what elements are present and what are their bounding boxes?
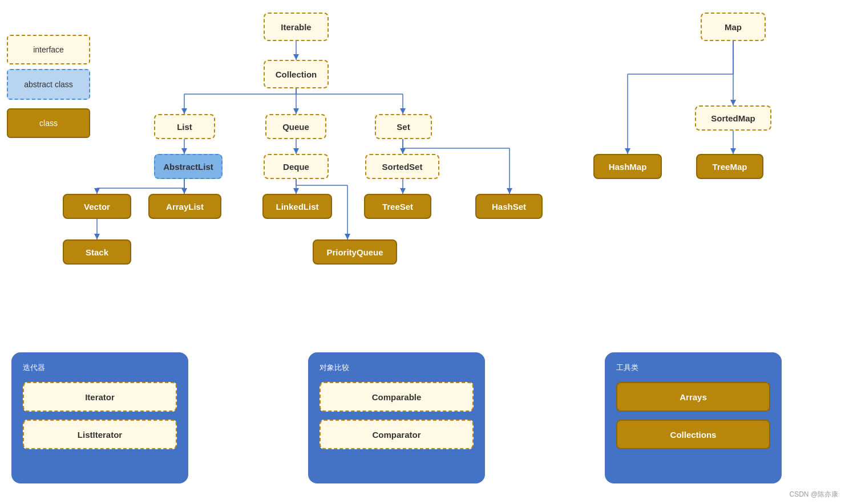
svg-marker-40 (730, 100, 736, 105)
node-queue: Queue (265, 114, 326, 139)
svg-marker-33 (507, 188, 512, 194)
legend-interface: interface (7, 35, 90, 64)
node-priority-queue: PriorityQueue (313, 239, 397, 265)
node-array-list: ArrayList (148, 194, 221, 219)
panel-iterator: 迭代器 Iterator ListIterator (11, 352, 188, 483)
svg-marker-21 (293, 148, 299, 154)
svg-marker-23 (293, 188, 299, 194)
node-hash-set: HashSet (475, 194, 543, 219)
node-list: List (154, 114, 215, 139)
svg-marker-1 (293, 54, 299, 60)
watermark: CSDN @陈亦康 (789, 490, 838, 499)
panel-comparator: 对象比较 Comparable Comparator (308, 352, 485, 483)
connector-svg (0, 0, 845, 376)
svg-marker-19 (181, 188, 187, 194)
panel-node-comparator: Comparator (320, 420, 474, 449)
node-deque: Deque (264, 154, 329, 179)
node-sorted-set: SortedSet (365, 154, 439, 179)
panel-node-collections: Collections (616, 420, 770, 449)
diagram-container: interface abstract class class (0, 0, 845, 504)
node-vector: Vector (63, 194, 131, 219)
node-sorted-map: SortedMap (695, 105, 771, 131)
panel-iterator-title: 迭代器 (23, 363, 177, 373)
panel-node-iterator: Iterator (23, 382, 177, 412)
node-map: Map (701, 13, 766, 41)
svg-marker-5 (181, 108, 187, 114)
svg-marker-44 (625, 148, 630, 154)
node-collection: Collection (264, 60, 329, 88)
svg-marker-27 (345, 234, 350, 239)
node-hash-map: HashMap (593, 154, 662, 179)
svg-marker-37 (94, 234, 100, 239)
node-set: Set (375, 114, 432, 139)
legend-class: class (7, 108, 90, 138)
svg-marker-35 (400, 188, 406, 194)
svg-marker-7 (293, 108, 299, 114)
node-linked-list: LinkedList (262, 194, 332, 219)
node-abstract-list: AbstractList (154, 154, 223, 179)
legend-interface-label: interface (33, 45, 64, 54)
panel-tools-title: 工具类 (616, 363, 770, 373)
node-stack: Stack (63, 239, 131, 265)
legend-abstract: abstract class (7, 69, 90, 100)
panel-node-list-iterator: ListIterator (23, 420, 177, 449)
svg-marker-13 (181, 148, 187, 154)
svg-marker-29 (400, 148, 406, 154)
node-tree-map: TreeMap (696, 154, 763, 179)
svg-marker-17 (94, 188, 100, 194)
svg-marker-11 (400, 108, 406, 114)
panel-node-arrays: Arrays (616, 382, 770, 412)
legend-abstract-label: abstract class (24, 80, 73, 89)
svg-marker-46 (730, 148, 736, 154)
node-iterable: Iterable (264, 13, 329, 41)
node-tree-set: TreeSet (364, 194, 431, 219)
panel-comparator-title: 对象比较 (320, 363, 474, 373)
panel-node-comparable: Comparable (320, 382, 474, 412)
panel-tools: 工具类 Arrays Collections (605, 352, 782, 483)
legend-class-label: class (39, 119, 58, 128)
